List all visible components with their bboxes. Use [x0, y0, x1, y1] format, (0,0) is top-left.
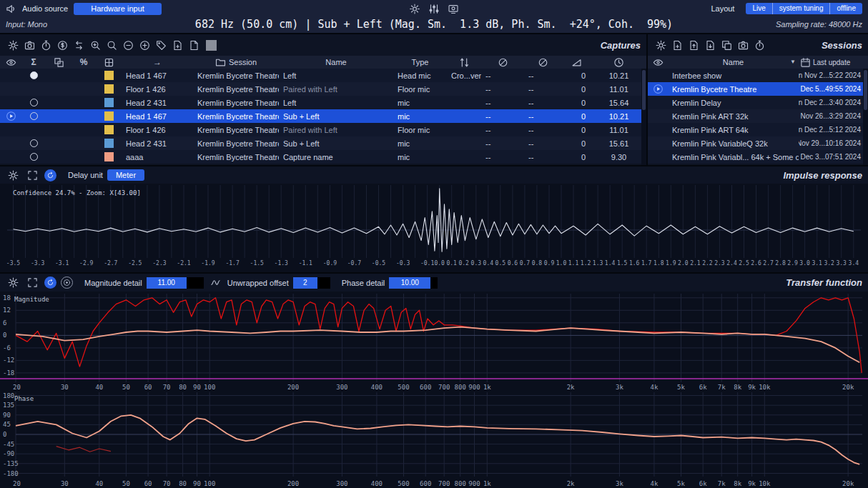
capture-percent-cell[interactable]: [71, 69, 96, 82]
capture-color-swatch[interactable]: [104, 84, 114, 94]
capture-color-swatch[interactable]: [104, 111, 114, 121]
capture-percent-cell[interactable]: [71, 123, 96, 136]
copy-icon[interactable]: [719, 39, 734, 52]
display-icon[interactable]: [448, 4, 459, 14]
capture-color-cell[interactable]: [96, 123, 122, 136]
capture-active-cell[interactable]: [0, 109, 21, 123]
zoom-in-icon[interactable]: [88, 39, 103, 52]
sessions-scrollbar[interactable]: [863, 69, 868, 165]
capture-active-cell[interactable]: [0, 123, 21, 136]
session-active-cell[interactable]: [648, 96, 668, 109]
session-active-cell[interactable]: [648, 109, 668, 123]
capture-percent-cell[interactable]: [71, 109, 96, 123]
session-row[interactable]: Kremlin DelayMon Dec 2...3:40 2024: [648, 96, 868, 109]
capture-color-swatch[interactable]: [104, 125, 114, 134]
name-column-header[interactable]: Name: [279, 56, 393, 69]
phase-detail-input[interactable]: 10.00: [389, 277, 438, 289]
magnifier-icon[interactable]: [104, 39, 119, 52]
capture-row[interactable]: Floor 1 426Kremlin Bycetre TheatrePaired…: [0, 82, 646, 96]
capture-color-cell[interactable]: [96, 82, 122, 96]
sessions-date-header[interactable]: Last update: [799, 56, 868, 69]
capture-percent-cell[interactable]: [71, 136, 96, 150]
session-row[interactable]: Kremlin Pink Variabl... 64k + Some comme…: [648, 150, 868, 164]
layout-label[interactable]: Layout: [711, 4, 734, 13]
fullscreen-icon[interactable]: [25, 276, 40, 289]
session-active-cell[interactable]: [648, 82, 668, 96]
visibility-radio[interactable]: [30, 139, 38, 147]
capture-active-cell[interactable]: [0, 82, 21, 96]
stopwatch-icon[interactable]: [752, 39, 767, 52]
capture-visible-toggle[interactable]: [21, 96, 46, 109]
mode-system-tuning-button[interactable]: system tuning: [773, 3, 831, 14]
smoothing-button[interactable]: [44, 277, 56, 289]
sliders-icon[interactable]: [429, 4, 440, 14]
settings-gear-icon[interactable]: [410, 4, 420, 14]
session-active-cell[interactable]: [648, 123, 668, 136]
swap-icon[interactable]: [71, 39, 87, 52]
hardware-input-button[interactable]: Hardware input: [74, 3, 162, 15]
capture-color-swatch[interactable]: [104, 139, 114, 148]
capture-percent-cell[interactable]: [71, 150, 96, 164]
capture-row[interactable]: Floor 1 426Kremlin Bycetre TheatrePaired…: [0, 123, 646, 136]
capture-row[interactable]: Head 1 467Kremlin Bycetre TheatreSub + L…: [0, 109, 646, 123]
gear-icon[interactable]: [6, 39, 21, 52]
camera-icon[interactable]: [22, 39, 37, 52]
unwrap-icon[interactable]: [208, 276, 223, 289]
capture-cascade-cell[interactable]: [46, 150, 71, 164]
magnitude-detail-input[interactable]: 11.00: [147, 277, 204, 289]
file-icon[interactable]: [187, 39, 202, 52]
captures-scrollbar[interactable]: [641, 69, 646, 165]
session-row[interactable]: Interbee showMon Nov 2...5:22 2024: [648, 69, 868, 82]
capture-color-swatch[interactable]: [104, 98, 114, 107]
gear-icon[interactable]: [6, 169, 21, 182]
capture-color-cell[interactable]: [96, 150, 122, 164]
capture-cascade-cell[interactable]: [46, 123, 71, 136]
file-plus-icon[interactable]: [670, 39, 685, 52]
unwrapped-offset-input[interactable]: 2: [293, 277, 330, 289]
magnitude-plot[interactable]: Magnitude 181260-6-12-182030405060708090…: [0, 292, 868, 391]
play-icon[interactable]: [653, 84, 664, 94]
capture-visible-toggle[interactable]: [21, 69, 46, 82]
capture-row[interactable]: Head 1 467Kremlin Bycetre TheatreLeftHea…: [0, 69, 646, 82]
type-column-header[interactable]: Type: [393, 56, 447, 69]
gear-icon[interactable]: [6, 276, 21, 289]
capture-cascade-cell[interactable]: [46, 82, 71, 96]
delay-unit-meter-button[interactable]: Meter: [107, 169, 144, 181]
autoset-delay-button[interactable]: [44, 169, 56, 181]
file-up-icon[interactable]: [686, 39, 701, 52]
stopwatch-icon[interactable]: [39, 39, 54, 52]
play-icon[interactable]: [6, 111, 16, 121]
capture-cascade-cell[interactable]: [46, 136, 71, 150]
capture-percent-cell[interactable]: [71, 96, 96, 109]
sort-down-icon[interactable]: ▼: [789, 59, 797, 66]
file-down-icon[interactable]: [703, 39, 718, 52]
session-column-header[interactable]: Session: [193, 56, 279, 69]
session-row[interactable]: Kremlin Bycetre TheatreThu Dec 5...49:55…: [648, 82, 868, 96]
capture-visible-toggle[interactable]: [21, 150, 46, 164]
mode-offline-button[interactable]: offline: [830, 3, 862, 14]
capture-row[interactable]: aaaaKremlin Bycetre TheatreCapture namem…: [0, 150, 646, 164]
capture-color-cell[interactable]: [96, 136, 122, 150]
capture-color-cell[interactable]: [96, 109, 122, 123]
capture-row[interactable]: Head 2 431Kremlin Bycetre TheatreLeftmic…: [0, 96, 646, 109]
capture-visible-toggle[interactable]: [21, 136, 46, 150]
capture-cascade-cell[interactable]: [46, 69, 71, 82]
tag-icon[interactable]: [154, 39, 169, 52]
visibility-radio[interactable]: [30, 99, 38, 106]
capture-visible-toggle[interactable]: [21, 123, 46, 136]
sessions-name-header[interactable]: Name ▼: [668, 56, 799, 69]
color-swatch[interactable]: [206, 40, 217, 51]
target-button[interactable]: [61, 277, 73, 289]
capture-cascade-cell[interactable]: [46, 109, 71, 123]
fullscreen-icon[interactable]: [25, 169, 40, 182]
capture-color-swatch[interactable]: [104, 152, 114, 161]
dollar-icon[interactable]: [55, 39, 70, 52]
visibility-radio[interactable]: [30, 71, 38, 79]
capture-color-cell[interactable]: [96, 69, 122, 82]
capture-active-cell[interactable]: [0, 150, 21, 164]
capture-color-cell[interactable]: [96, 96, 122, 109]
capture-color-swatch[interactable]: [104, 71, 114, 80]
capture-active-cell[interactable]: [0, 136, 21, 150]
capture-visible-toggle[interactable]: [21, 109, 46, 123]
session-row[interactable]: Kremlin Pink VariableQ 32kFri Nov 29...1…: [648, 136, 868, 150]
